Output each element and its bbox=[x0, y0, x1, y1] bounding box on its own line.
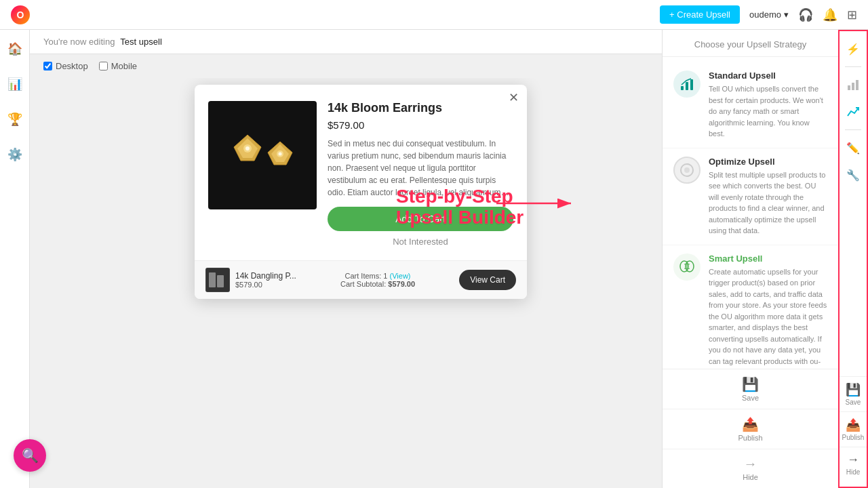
strategy-optimize-desc: Split test multiple upsell products to s… bbox=[709, 169, 827, 237]
tool-trend-icon[interactable] bbox=[841, 100, 865, 124]
upsell-modal: ✕ bbox=[195, 85, 527, 299]
product-image bbox=[208, 101, 317, 209]
save-icon: 💾 bbox=[742, 376, 759, 392]
publish-bottom-label: Publish bbox=[842, 434, 865, 441]
svg-rect-12 bbox=[209, 272, 216, 287]
editing-bar: You're now editing Test upsell bbox=[30, 30, 692, 54]
hide-action[interactable]: → Hide bbox=[663, 449, 838, 488]
strategy-smart-content: Smart Upsell Create automatic upsells fo… bbox=[709, 253, 827, 369]
footer-cart-subtotal-value: $579.00 bbox=[388, 280, 415, 288]
svg-rect-26 bbox=[856, 80, 859, 90]
desktop-label: Desktop bbox=[56, 61, 88, 71]
svg-rect-15 bbox=[686, 82, 688, 90]
desktop-checkbox[interactable] bbox=[43, 62, 52, 70]
sidebar-item-settings[interactable]: ⚙️ bbox=[4, 144, 26, 165]
editing-label: You're now editing bbox=[43, 37, 115, 47]
preview-area: Step-by-Step Upsell Builder ✕ bbox=[30, 78, 692, 488]
tool-divider-1 bbox=[845, 66, 861, 67]
main-content: You're now editing Test upsell Desktop M… bbox=[30, 30, 692, 488]
footer-cart-items: Cart Items: 1 (View) bbox=[340, 272, 415, 280]
strategy-smart-desc: Create automatic upsells for your trigge… bbox=[709, 266, 827, 369]
standard-upsell-icon bbox=[673, 70, 701, 98]
floating-search-button[interactable]: 🔍 bbox=[14, 439, 46, 472]
nav-left: O bbox=[11, 5, 30, 24]
panel-footer: 💾 Save 📤 Publish → Hide bbox=[663, 369, 838, 488]
strategy-item-smart[interactable]: Smart Upsell Create automatic upsells fo… bbox=[663, 245, 838, 369]
chevron-down-icon: ▾ bbox=[784, 9, 789, 20]
publish-icon: 📤 bbox=[742, 416, 759, 432]
not-interested-link[interactable]: Not Interested bbox=[328, 237, 513, 247]
footer-cart-subtotal: Cart Subtotal: $579.00 bbox=[340, 280, 415, 288]
strategy-standard-title: Standard Upsell bbox=[709, 70, 827, 81]
save-bottom-icon: 💾 bbox=[846, 382, 861, 397]
mobile-checkbox[interactable] bbox=[99, 62, 108, 70]
search-icon: 🔍 bbox=[22, 447, 39, 464]
add-to-cart-button[interactable]: Add To Cart bbox=[328, 207, 513, 231]
svg-rect-16 bbox=[690, 79, 693, 90]
svg-rect-2 bbox=[215, 108, 310, 203]
app-logo: O bbox=[11, 5, 30, 24]
product-name: 14k Bloom Earrings bbox=[328, 101, 513, 115]
bell-icon[interactable]: 🔔 bbox=[823, 7, 837, 22]
strategy-standard-content: Standard Upsell Tell OU which upsells co… bbox=[709, 70, 827, 140]
view-cart-button[interactable]: View Cart bbox=[459, 270, 516, 290]
svg-point-6 bbox=[245, 146, 250, 150]
svg-point-18 bbox=[684, 167, 690, 173]
strategy-optimize-content: Optimize Upsell Split test multiple upse… bbox=[709, 157, 827, 237]
headphones-icon[interactable]: 🎧 bbox=[798, 7, 813, 22]
save-bottom-label: Save bbox=[846, 399, 861, 406]
sidebar-item-trophy[interactable]: 🏆 bbox=[4, 108, 26, 130]
tool-strip-bottom: 💾 Save 📤 Publish → Hide bbox=[840, 376, 867, 481]
strategy-item-standard[interactable]: Standard Upsell Tell OU which upsells co… bbox=[663, 62, 838, 148]
product-description: Sed in metus nec dui consequat vestibulu… bbox=[328, 138, 513, 199]
upsell-name: Test upsell bbox=[120, 37, 161, 47]
svg-rect-14 bbox=[681, 86, 684, 90]
save-action[interactable]: 💾 Save bbox=[663, 369, 838, 409]
svg-point-10 bbox=[279, 152, 282, 156]
strategy-item-optimize[interactable]: Optimize Upsell Split test multiple upse… bbox=[663, 148, 838, 245]
tool-edit-icon[interactable]: ✏️ bbox=[841, 136, 865, 160]
modal-close-button[interactable]: ✕ bbox=[509, 92, 519, 104]
footer-product-name: 14k Dangling P... bbox=[235, 271, 296, 281]
preview-toolbar: Desktop Mobile bbox=[30, 54, 692, 78]
publish-action[interactable]: 📤 Publish bbox=[663, 409, 838, 449]
publish-bottom-icon: 📤 bbox=[846, 418, 861, 432]
tool-wrench-icon[interactable]: 🔧 bbox=[841, 163, 865, 187]
footer-product: 14k Dangling P... $579.00 bbox=[205, 268, 296, 292]
sidebar-item-home[interactable]: 🏠 bbox=[4, 38, 26, 60]
footer-cart-view-link[interactable]: (View) bbox=[390, 272, 411, 280]
sidebar-item-charts[interactable]: 📊 bbox=[4, 73, 26, 95]
desktop-view-option[interactable]: Desktop bbox=[43, 61, 88, 71]
top-nav: O + Create Upsell oudemo ▾ 🎧 🔔 ⊞ bbox=[0, 0, 868, 30]
grid-icon[interactable]: ⊞ bbox=[847, 7, 857, 22]
hide-bottom-button[interactable]: → Hide bbox=[840, 447, 867, 481]
strategy-list: Standard Upsell Tell OU which upsells co… bbox=[663, 57, 838, 369]
strategy-optimize-title: Optimize Upsell bbox=[709, 157, 827, 167]
modal-body: 14k Bloom Earrings $579.00 Sed in metus … bbox=[195, 85, 527, 260]
optimize-upsell-icon bbox=[673, 157, 701, 184]
footer-cart-info: Cart Items: 1 (View) Cart Subtotal: $579… bbox=[340, 272, 415, 288]
footer-product-price: $579.00 bbox=[235, 281, 296, 289]
svg-rect-13 bbox=[217, 275, 224, 287]
right-panel: Choose your Upsell Strategy Standard Ups… bbox=[662, 30, 838, 488]
panel-header: Choose your Upsell Strategy bbox=[663, 30, 838, 57]
tool-divider-2 bbox=[845, 129, 861, 130]
strategy-standard-desc: Tell OU which upsells convert the best f… bbox=[709, 83, 827, 140]
footer-product-thumbnail bbox=[205, 268, 230, 292]
tool-bar-chart-icon[interactable] bbox=[841, 73, 865, 97]
tool-lightning-icon[interactable]: ⚡ bbox=[841, 37, 865, 61]
publish-label: Publish bbox=[738, 434, 762, 442]
user-menu[interactable]: oudemo ▾ bbox=[749, 9, 789, 20]
mobile-view-option[interactable]: Mobile bbox=[99, 61, 137, 71]
hide-label: Hide bbox=[743, 473, 758, 481]
publish-bottom-button[interactable]: 📤 Publish bbox=[840, 411, 867, 447]
hide-icon: → bbox=[744, 456, 757, 472]
svg-rect-25 bbox=[852, 83, 854, 90]
hide-bottom-label: Hide bbox=[846, 468, 861, 476]
left-sidebar: 🏠 📊 🏆 ⚙️ bbox=[0, 30, 30, 488]
strategy-smart-title: Smart Upsell bbox=[709, 253, 827, 264]
save-bottom-button[interactable]: 💾 Save bbox=[840, 376, 867, 411]
product-price: $579.00 bbox=[328, 119, 513, 131]
hide-bottom-icon: → bbox=[847, 453, 859, 467]
create-upsell-button[interactable]: + Create Upsell bbox=[660, 5, 740, 24]
